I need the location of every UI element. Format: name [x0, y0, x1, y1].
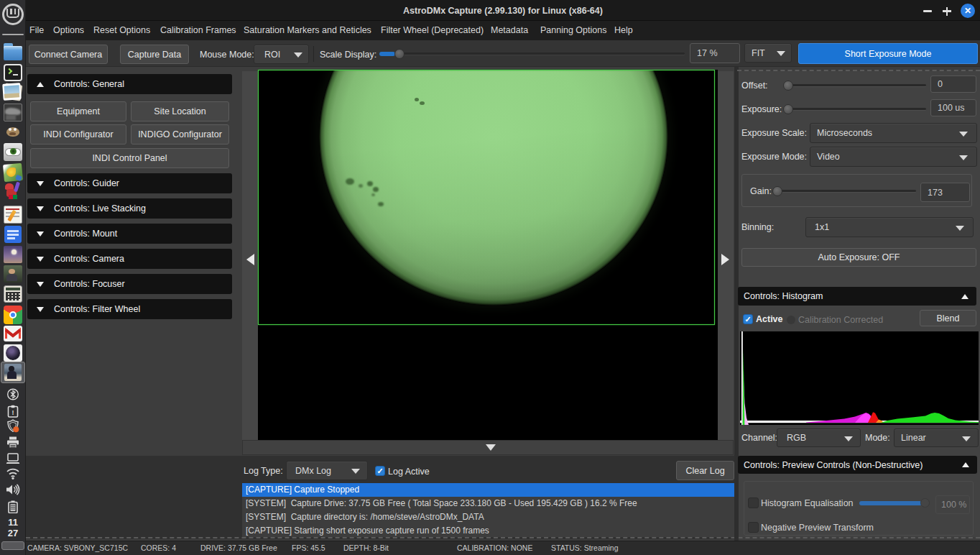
- svg-text:!: !: [12, 409, 14, 416]
